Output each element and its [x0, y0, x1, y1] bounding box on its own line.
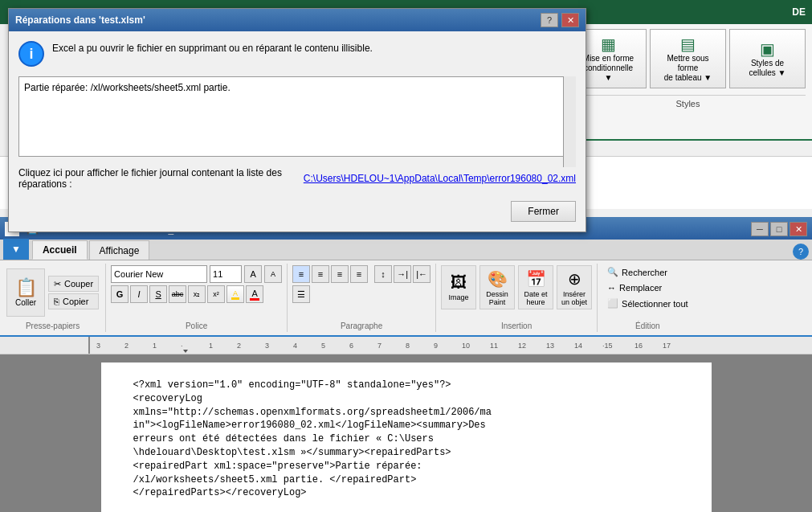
- ribbon-presse-papiers-content: 📋 Coller ✂ Couper ⎘ Copier: [6, 265, 99, 320]
- svg-text:2: 2: [237, 342, 241, 350]
- date-heure-button[interactable]: 📅 Date et heure: [518, 265, 553, 309]
- styles-group-label: Styles: [570, 95, 806, 109]
- mise-en-forme-label: Mise en formeconditionnelle ▼: [579, 54, 638, 83]
- dialog-close-button[interactable]: ✕: [561, 13, 579, 27]
- para-row2: ☰: [292, 285, 430, 303]
- font-name-input[interactable]: [111, 265, 207, 283]
- highlight-icon: A: [231, 289, 239, 300]
- paragraphe-label: Paragraphe: [292, 320, 430, 330]
- wordpad-page: <?xml version="1.0" encoding="UTF-8" sta…: [101, 362, 712, 512]
- coller-button[interactable]: 📋 Coller: [6, 268, 45, 317]
- ribbon-police-section: A A G I S abc x₂ x² A A Police: [106, 264, 288, 332]
- svg-text:10: 10: [462, 342, 470, 350]
- line-spacing-button[interactable]: ↕: [374, 265, 392, 283]
- remplacer-icon: ↔: [607, 283, 616, 293]
- wordpad-help-button[interactable]: ?: [793, 244, 809, 260]
- image-icon: 🖼: [451, 273, 467, 292]
- wordpad-close-button[interactable]: ✕: [790, 222, 807, 236]
- svg-text:16: 16: [635, 342, 643, 350]
- date-heure-label: Date et heure: [524, 290, 548, 306]
- mettre-sous-forme-label: Mettre sous formede tableau ▼: [659, 54, 717, 83]
- excel-de-label: DE: [792, 6, 806, 18]
- insertion-label: Insertion: [441, 320, 592, 330]
- rechercher-button[interactable]: 🔍 Rechercher: [604, 265, 692, 279]
- italic-button[interactable]: I: [130, 285, 148, 303]
- align-right-button[interactable]: ≡: [331, 265, 349, 283]
- wordpad-ribbon-content: 📋 Coller ✂ Couper ⎘ Copier Presse-papier…: [0, 260, 812, 337]
- selectionner-tout-label: Sélectionner tout: [622, 299, 688, 309]
- dessin-paint-button[interactable]: 🎨 Dessin Paint: [479, 265, 515, 309]
- wordpad-menu-button[interactable]: ▼: [3, 239, 29, 260]
- font-size-input[interactable]: [210, 265, 242, 283]
- inserer-objet-button[interactable]: ⊕ Insérer un objet: [557, 265, 592, 309]
- coller-icon: 📋: [15, 279, 37, 297]
- svg-text:1: 1: [153, 342, 157, 350]
- dialog-help-button[interactable]: ?: [541, 13, 558, 27]
- dialog-title: Réparations dans 'test.xlsm': [15, 14, 145, 26]
- dialog-body: i Excel a pu ouvrir le fichier en suppri…: [9, 31, 586, 231]
- svg-text:2: 2: [124, 342, 129, 350]
- svg-text:12: 12: [518, 342, 526, 350]
- strikethrough-button[interactable]: abc: [169, 285, 186, 303]
- mettre-sous-forme-button[interactable]: ▤ Mettre sous formede tableau ▼: [650, 29, 726, 88]
- dialog-title-buttons: ? ✕: [541, 13, 579, 27]
- indent-more-button[interactable]: →|: [394, 265, 411, 283]
- styles-cellules-icon: ▣: [738, 39, 797, 59]
- couper-button[interactable]: ✂ Couper: [48, 276, 99, 292]
- selectionner-tout-button[interactable]: ⬜ Sélectionner tout: [604, 297, 692, 310]
- dialog-log-link[interactable]: C:\Users\HDELOU~1\AppData\Local\Temp\err…: [304, 173, 576, 184]
- wordpad-maximize-button[interactable]: □: [770, 222, 788, 236]
- font-color-button[interactable]: A: [246, 285, 263, 303]
- dialog-close-action-button[interactable]: Fermer: [511, 201, 576, 222]
- superscript-button[interactable]: x²: [207, 285, 225, 303]
- svg-text:3: 3: [96, 342, 100, 350]
- svg-text:9: 9: [434, 342, 438, 350]
- wordpad-ribbon-tabs: ▼ Accueil Affichage ?: [0, 240, 812, 260]
- dialog-repair-text[interactable]: [18, 76, 576, 157]
- font-color-icon: A: [250, 289, 259, 301]
- justify-button[interactable]: ≡: [350, 265, 368, 283]
- underline-button[interactable]: S: [149, 285, 167, 303]
- svg-text:14: 14: [574, 342, 582, 350]
- wordpad-ruler: 3 2 1 · 1 2 3 4 5 6 7 8 9 10 11 12 13 14…: [0, 337, 812, 354]
- repair-dialog: Réparations dans 'test.xlsm' ? ✕ i Excel…: [8, 8, 586, 232]
- wordpad-tab-affichage[interactable]: Affichage: [89, 240, 150, 260]
- remplacer-button[interactable]: ↔ Remplacer: [604, 281, 692, 294]
- bullets-button[interactable]: ☰: [292, 285, 310, 303]
- dessin-paint-label: Dessin Paint: [486, 290, 508, 306]
- wordpad-minimize-button[interactable]: ─: [751, 222, 769, 236]
- insert-row: 🖼 Image 🎨 Dessin Paint 📅 Date et heure ⊕…: [441, 265, 592, 309]
- wordpad-document-area[interactable]: <?xml version="1.0" encoding="UTF-8" sta…: [0, 354, 812, 512]
- image-button[interactable]: 🖼 Image: [441, 265, 476, 309]
- mettre-sous-forme-icon: ▤: [659, 35, 717, 54]
- wordpad-tab-accueil[interactable]: Accueil: [32, 240, 88, 260]
- styles-cellules-button[interactable]: ▣ Styles decellules ▼: [729, 29, 806, 88]
- bold-button[interactable]: G: [111, 285, 129, 303]
- font-row1: A A: [111, 265, 282, 283]
- rechercher-label: Rechercher: [622, 268, 667, 277]
- rechercher-icon: 🔍: [607, 267, 618, 277]
- couper-icon: ✂: [54, 279, 61, 289]
- wordpad-content: <?xml version="1.0" encoding="UTF-8" sta…: [133, 379, 679, 500]
- wordpad-window: W 💾 ↩ ↪ ▼ error196080_02.xml - WordPad ─…: [0, 217, 812, 512]
- dialog-scrollbar[interactable]: [563, 76, 576, 167]
- highlight-button[interactable]: A: [226, 285, 244, 303]
- align-center-button[interactable]: ≡: [312, 265, 329, 283]
- police-label: Police: [111, 320, 282, 330]
- indent-less-button[interactable]: |←: [413, 265, 430, 283]
- font-grow-button[interactable]: A: [244, 265, 262, 283]
- ribbon-insertion-section: 🖼 Image 🎨 Dessin Paint 📅 Date et heure ⊕…: [436, 264, 598, 332]
- align-left-button[interactable]: ≡: [292, 265, 310, 283]
- styles-buttons-row: ▦ Mise en formeconditionnelle ▼ ▤ Mettre…: [570, 29, 806, 88]
- excel-styles-group: ▦ Mise en formeconditionnelle ▼ ▤ Mettre…: [563, 24, 812, 141]
- remplacer-label: Remplacer: [619, 283, 662, 293]
- ribbon-paragraphe-section: ≡ ≡ ≡ ≡ ↕ →| |← ☰ Paragraphe: [288, 264, 436, 332]
- date-heure-icon: 📅: [526, 269, 546, 289]
- svg-rect-1: [88, 337, 90, 354]
- selectionner-tout-icon: ⬜: [607, 298, 618, 309]
- font-shrink-button[interactable]: A: [264, 265, 282, 283]
- dialog-button-row: Fermer: [18, 201, 576, 222]
- subscript-button[interactable]: x₂: [188, 285, 206, 303]
- svg-text:6: 6: [349, 342, 353, 350]
- copier-button[interactable]: ⎘ Copier: [48, 293, 99, 309]
